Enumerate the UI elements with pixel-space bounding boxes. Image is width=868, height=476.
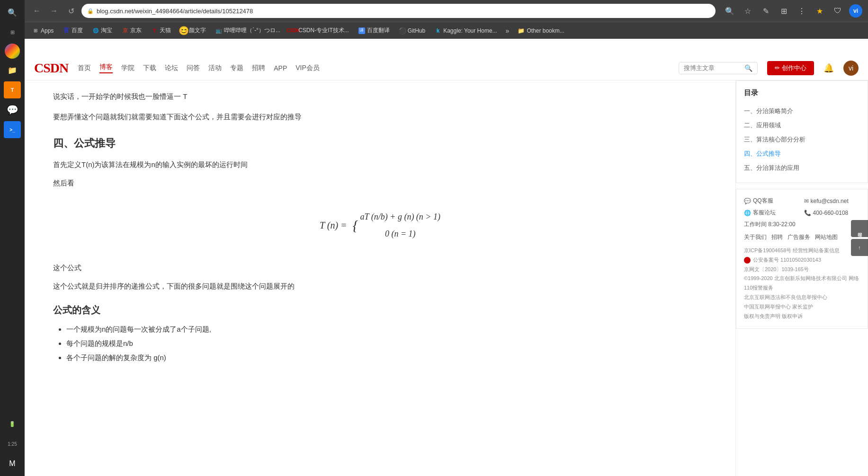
address-bar[interactable]: 🔒 blog.csdn.net/weixin_44984664/article/…: [81, 4, 716, 18]
bookmark-jd[interactable]: 京 京东: [118, 25, 145, 36]
nav-app[interactable]: APP: [274, 64, 287, 72]
phone-icon: 📞: [804, 210, 811, 216]
formula-brace: {: [353, 208, 360, 242]
bookmark-kaggle[interactable]: k Kaggle: Your Home...: [431, 26, 501, 36]
toc-item-3[interactable]: 三、算法核心部分分析: [744, 132, 860, 147]
reload-button[interactable]: ↺: [64, 4, 78, 18]
os-icon-search[interactable]: 🔍: [4, 4, 21, 21]
os-icon-app3[interactable]: T: [4, 81, 21, 98]
menu-icon[interactable]: ⋮: [795, 4, 808, 18]
formula-case1: aT (n/b) + g (n) (n > 1): [360, 212, 440, 221]
internet-report-link[interactable]: 中国互联网举报中心: [744, 304, 791, 309]
search-icon-btn[interactable]: 🔍: [723, 4, 736, 18]
family-link[interactable]: 家长监护: [792, 304, 813, 309]
taobao-label: 淘宝: [101, 26, 112, 35]
forum-label: 客服论坛: [753, 209, 776, 217]
toc-item-5[interactable]: 五、分治算法的应用: [744, 161, 860, 175]
phone-service: 📞 400-660-0108: [804, 209, 860, 217]
star-empty-icon[interactable]: ☆: [741, 4, 754, 18]
contact-grid: 💬 QQ客服 ✉ kefu@csdn.net 🌐 客服论坛 📞 400-660-…: [744, 197, 860, 217]
baidu-label: 百度: [72, 26, 83, 35]
os-icon-app1[interactable]: ⊞: [4, 24, 21, 41]
toc-item-2[interactable]: 二、应用领域: [744, 118, 860, 132]
about-link[interactable]: 关于我们: [744, 233, 767, 241]
nav-jobs[interactable]: 招聘: [252, 64, 265, 72]
bookmark-baidu[interactable]: 百 百度: [59, 25, 87, 36]
nav-qa[interactable]: 问答: [187, 64, 200, 72]
sitemap-link[interactable]: 网站地图: [815, 233, 838, 241]
rights-link[interactable]: 版权与免责声明: [744, 313, 780, 319]
toc-item-1[interactable]: 一、分治策略简介: [744, 104, 860, 118]
work-hours: 工作时间 8:30-22:00: [744, 220, 860, 229]
profile-avatar[interactable]: vi: [849, 4, 862, 18]
fav-star-icon[interactable]: ★: [813, 4, 826, 18]
search-box[interactable]: 🔍: [679, 62, 758, 74]
email-label: kefu@csdn.net: [811, 198, 849, 204]
back-button[interactable]: ←: [30, 4, 44, 18]
email-service: ✉ kefu@csdn.net: [804, 197, 860, 205]
browser-nav: ← → ↺ 🔒 blog.csdn.net/weixin_44984664/ar…: [25, 0, 868, 22]
pen-icon[interactable]: ✎: [759, 4, 772, 18]
user-avatar[interactable]: vi: [843, 61, 859, 76]
shield-icon[interactable]: 🛡: [831, 4, 844, 18]
bookmark-apps[interactable]: ⊞ Apps: [28, 26, 57, 36]
bookmark-taobao[interactable]: 🌐 淘宝: [89, 25, 116, 36]
toc-item-4[interactable]: 四、公式推导: [744, 147, 860, 161]
lock-icon: 🔒: [87, 8, 94, 14]
nav-forum[interactable]: 论坛: [165, 64, 178, 72]
scroll-top-button[interactable]: ↑: [851, 239, 868, 256]
emoji-label: 颜文字: [189, 26, 206, 35]
other-bookmarks-label: Other bookm...: [527, 27, 564, 34]
bookmark-github[interactable]: ⚫ GitHub: [395, 26, 429, 36]
bookmark-csdn[interactable]: CSDN CSDN-专业IT技术...: [286, 25, 353, 36]
taobao-icon: 🌐: [92, 27, 99, 34]
nav-academy[interactable]: 学院: [121, 64, 134, 72]
bookmark-emoji[interactable]: 😊 颜文字: [177, 25, 210, 36]
nav-download[interactable]: 下载: [143, 64, 156, 72]
nav-vip[interactable]: VIP会员: [295, 64, 320, 72]
copyright2-link[interactable]: 版权申诉: [782, 313, 803, 319]
intro-text-1: 说实话，一开始学的时候我也一脸懵逼一 T: [53, 90, 707, 103]
contact-links: 关于我们 招聘 广告服务 网站地图: [744, 233, 860, 241]
jobs-link[interactable]: 招聘: [771, 233, 783, 241]
search-input[interactable]: [684, 64, 741, 71]
copyright-line: ©1999-2020 北京创新乐知网络技术有限公司 网络110报警服务: [744, 274, 860, 293]
bookmark-bilibili[interactable]: 📺 哔哩哔哩（´-°）つロ...: [212, 25, 284, 36]
jingwen-line: 京网文〔2020〕1039-165号: [744, 265, 860, 274]
internet-law-link[interactable]: 北京互联网违法和不良信息举报中心: [744, 294, 827, 300]
page-wrapper: 说实话，一开始学的时候我也一脸懵逼一 T 要想弄懂这个问题就我们就需要知道下面这…: [25, 80, 868, 476]
translate-label: 百度翻译: [367, 26, 390, 35]
os-icon-app5[interactable]: >_: [4, 121, 21, 138]
bookmark-translate[interactable]: 译 百度翻译: [355, 25, 394, 36]
jd-label: 京东: [130, 26, 142, 35]
nav-special[interactable]: 专题: [230, 64, 243, 72]
os-icon-app2[interactable]: 📁: [4, 62, 21, 79]
os-icon-app4[interactable]: 💬: [4, 101, 21, 118]
toc-title: 目录: [744, 88, 860, 97]
bookmark-other[interactable]: 📁 Other bookm...: [514, 26, 568, 36]
police-text: 公安备案号 11010502030143: [753, 257, 821, 263]
emoji-icon: 😊: [180, 27, 187, 34]
bell-icon[interactable]: 🔔: [823, 63, 834, 73]
ad-link[interactable]: 广告服务: [787, 233, 810, 241]
os-icon-time: 1:25: [4, 435, 21, 452]
os-icon-chrome[interactable]: [5, 44, 20, 59]
bookmark-more[interactable]: »: [503, 25, 512, 36]
extensions-icon[interactable]: ⊞: [777, 4, 790, 18]
create-button[interactable]: ✏ 创作中心: [767, 61, 814, 75]
icp-info: 京ICP备19004658号 经营性网站备案信息 公安备案号 110105020…: [744, 246, 860, 321]
nav-activity[interactable]: 活动: [208, 64, 222, 72]
bookmark-tmall[interactable]: T 天猫: [147, 25, 175, 36]
os-icon-app6[interactable]: M: [4, 455, 21, 472]
forward-button[interactable]: →: [47, 4, 61, 18]
csdn-logo[interactable]: CSDN: [34, 61, 68, 76]
qq-label: QQ客服: [753, 197, 773, 205]
url-text: blog.csdn.net/weixin_44984664/article/de…: [97, 8, 710, 15]
formula-meaning-title: 公式的含义: [53, 304, 707, 317]
report-button[interactable]: 举报: [851, 220, 868, 237]
nav-home[interactable]: 首页: [78, 64, 91, 72]
nav-blog[interactable]: 博客: [99, 63, 113, 73]
police-line: 公安备案号 11010502030143: [744, 256, 860, 265]
apps-label: Apps: [41, 27, 54, 34]
tmall-label: 天猫: [160, 26, 171, 35]
